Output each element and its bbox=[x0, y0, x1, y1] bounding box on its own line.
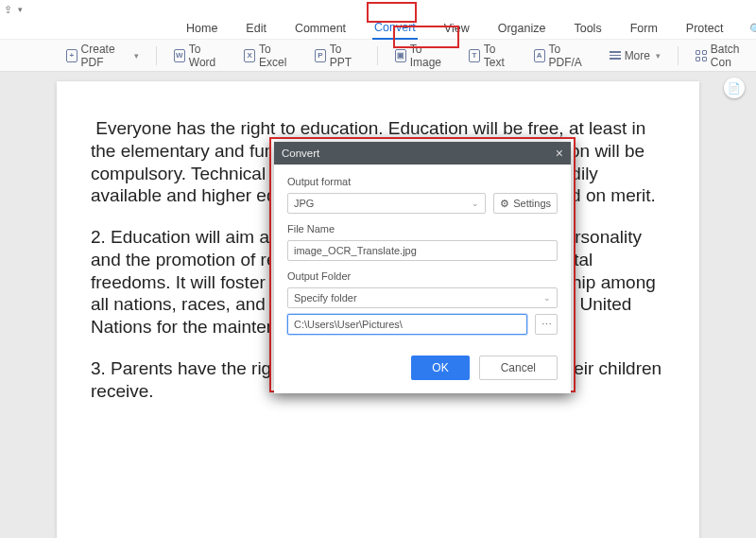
titlebar-menu-caret[interactable]: ▾ bbox=[18, 5, 23, 14]
more-button[interactable]: More ▾ bbox=[606, 46, 664, 65]
to-ppt-label: To PPT bbox=[330, 43, 360, 69]
create-pdf-button[interactable]: + Create PDF ▾ bbox=[62, 40, 143, 72]
floating-action-button[interactable]: 📄 bbox=[724, 78, 745, 98]
to-image-button[interactable]: ▣ To Image bbox=[391, 40, 452, 72]
settings-button[interactable]: ⚙ Settings bbox=[493, 193, 558, 214]
to-image-label: To Image bbox=[410, 43, 448, 69]
ok-button[interactable]: OK bbox=[411, 356, 469, 380]
word-icon: W bbox=[174, 49, 185, 62]
image-icon: ▣ bbox=[395, 49, 406, 62]
ppt-icon: P bbox=[315, 49, 326, 62]
menu-form[interactable]: Form bbox=[628, 20, 660, 39]
dialog-titlebar[interactable]: Convert × bbox=[274, 142, 571, 165]
to-excel-label: To Excel bbox=[259, 43, 294, 69]
more-label: More bbox=[625, 49, 650, 62]
cancel-button[interactable]: Cancel bbox=[479, 356, 558, 380]
to-text-label: To Text bbox=[484, 43, 513, 69]
browse-button[interactable]: ⋯ bbox=[535, 314, 558, 335]
menu-protect[interactable]: Protect bbox=[684, 20, 726, 39]
grid-icon bbox=[696, 50, 707, 61]
search-tools[interactable]: 🔍 Search Tools bbox=[749, 18, 756, 41]
to-word-label: To Word bbox=[189, 43, 223, 69]
output-folder-select[interactable]: Specify folder ⌄ bbox=[287, 287, 558, 308]
label-output-folder: Output Folder bbox=[287, 270, 558, 282]
menu-edit[interactable]: Edit bbox=[244, 20, 268, 39]
separator bbox=[156, 46, 157, 65]
menu-home[interactable]: Home bbox=[184, 20, 219, 39]
batch-convert-button[interactable]: Batch Con bbox=[692, 40, 756, 72]
label-file-name: File Name bbox=[287, 223, 558, 234]
to-pdfa-button[interactable]: A To PDF/A bbox=[530, 40, 593, 72]
chevron-down-icon: ▾ bbox=[134, 51, 139, 61]
folder-select-value: Specify folder bbox=[294, 292, 357, 304]
gear-icon: ⚙ bbox=[500, 198, 509, 210]
menu-tools[interactable]: Tools bbox=[572, 20, 603, 39]
chevron-down-icon: ⌄ bbox=[472, 199, 479, 208]
convert-toolbar: + Create PDF ▾ W To Word X To Excel P To… bbox=[0, 40, 756, 72]
settings-label: Settings bbox=[513, 198, 551, 209]
to-ppt-button[interactable]: P To PPT bbox=[311, 40, 364, 72]
menu-view[interactable]: View bbox=[442, 20, 472, 39]
output-format-select[interactable]: JPG ⌄ bbox=[287, 193, 486, 214]
filename-value: image_OCR_Translate.jpg bbox=[294, 245, 417, 256]
doc-icon: 📄 bbox=[728, 82, 741, 95]
to-pdfa-label: To PDF/A bbox=[549, 43, 589, 69]
to-word-button[interactable]: W To Word bbox=[170, 40, 227, 72]
chevron-down-icon: ⌄ bbox=[543, 293, 551, 303]
text-icon: T bbox=[469, 49, 480, 62]
separator bbox=[377, 46, 378, 65]
to-excel-button[interactable]: X To Excel bbox=[240, 40, 298, 72]
menu-comment[interactable]: Comment bbox=[293, 20, 348, 39]
close-icon[interactable]: × bbox=[556, 146, 563, 161]
label-output-format: Output format bbox=[287, 176, 558, 187]
folder-path-input[interactable]: C:\Users\User\Pictures\ bbox=[287, 314, 527, 335]
create-pdf-label: Create PDF bbox=[81, 43, 129, 69]
menu-convert[interactable]: Convert bbox=[372, 19, 418, 40]
excel-icon: X bbox=[244, 49, 255, 62]
separator bbox=[678, 46, 679, 65]
to-text-button[interactable]: T To Text bbox=[465, 40, 517, 72]
search-icon: 🔍 bbox=[749, 23, 756, 36]
share-icon[interactable]: ⇪ bbox=[4, 4, 12, 16]
filename-input[interactable]: image_OCR_Translate.jpg bbox=[287, 240, 558, 261]
window-titlebar: ⇪ ▾ bbox=[0, 0, 756, 19]
output-format-value: JPG bbox=[294, 198, 314, 209]
main-menu: Home Edit Comment Convert View Organize … bbox=[0, 19, 756, 40]
chevron-down-icon: ▾ bbox=[656, 51, 661, 61]
menu-organize[interactable]: Organize bbox=[496, 20, 548, 39]
pdfa-icon: A bbox=[534, 49, 545, 62]
batch-label: Batch Con bbox=[711, 43, 752, 69]
menu-icon bbox=[610, 51, 621, 60]
folder-path-value: C:\Users\User\Pictures\ bbox=[294, 319, 403, 330]
ellipsis-icon: ⋯ bbox=[541, 319, 552, 331]
dialog-title: Convert bbox=[282, 148, 319, 159]
convert-dialog: Convert × Output format JPG ⌄ ⚙ Settings… bbox=[274, 142, 571, 393]
plus-icon: + bbox=[66, 49, 77, 62]
